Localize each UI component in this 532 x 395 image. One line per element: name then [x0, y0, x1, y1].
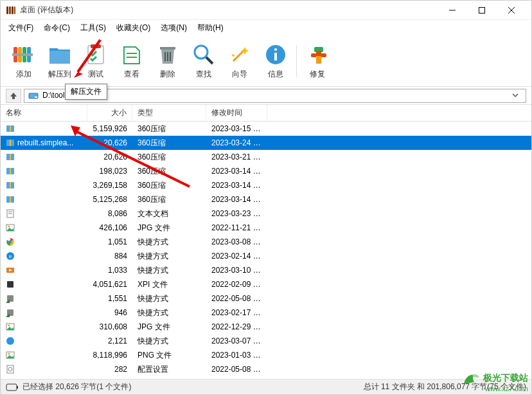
cell-type: 360压缩 [132, 179, 206, 192]
menu-favorites[interactable]: 收藏夹(O) [111, 21, 155, 35]
cell-size: 5,125,268 [87, 194, 132, 205]
path-dropdown[interactable] [509, 91, 522, 100]
table-row[interactable]: 8,118,996 PNG 文件 2023-01-03 1... [1, 348, 531, 362]
cell-date: 2023-03-14 1... [206, 194, 267, 205]
table-row[interactable]: 310,608 JPG 文件 2022-12-29 1... [1, 320, 531, 334]
svg-point-57 [6, 337, 14, 345]
cell-size: 426,106 [87, 222, 132, 234]
maximize-button[interactable] [467, 1, 497, 20]
table-row[interactable]: rebuilt.simplea... 20,626 360压缩 2023-03-… [1, 136, 531, 150]
extract-button[interactable]: 解压到 [42, 39, 78, 84]
table-row[interactable]: 946 快捷方式 2023-02-17 1... [1, 306, 531, 320]
cell-date: 2023-03-14 1... [206, 165, 267, 177]
svg-rect-66 [17, 386, 18, 389]
cell-name: e [1, 250, 87, 262]
cell-date: 2022-12-29 1... [206, 321, 267, 333]
find-icon [191, 42, 217, 68]
cell-date: 2022-05-08 2... [206, 293, 267, 304]
cell-name [1, 349, 87, 361]
cell-date: 2023-03-24 1... [206, 137, 267, 149]
view-button[interactable]: 查看 [114, 39, 150, 84]
table-row[interactable]: 4,051,621 XPI 文件 2022-02-09 1... [1, 277, 531, 291]
list-body[interactable]: 5,159,926 360压缩 2023-03-15 1... rebuilt.… [1, 122, 531, 379]
view-icon [119, 42, 145, 68]
svg-point-59 [8, 353, 10, 355]
statusbar: 已经选择 20,626 字节(1 个文件) 总计 11 文件夹 和 201,80… [1, 379, 531, 394]
cell-size: 20,626 [87, 151, 132, 163]
svg-rect-37 [10, 168, 11, 174]
cell-type: PNG 文件 [132, 349, 206, 362]
column-modified[interactable]: 修改时间 [206, 105, 267, 121]
svg-rect-9 [12, 53, 33, 56]
table-row[interactable]: 198,023 360压缩 2023-03-14 1... [1, 164, 531, 178]
wizard-button[interactable]: 向导 [222, 39, 258, 84]
table-row[interactable]: 426,106 JPG 文件 2022-11-21 8... [1, 221, 531, 235]
test-icon [83, 42, 109, 68]
menu-help[interactable]: 帮助(H) [192, 21, 229, 35]
svg-rect-14 [160, 47, 175, 50]
table-row[interactable]: 20,626 360压缩 2023-03-21 1... [1, 150, 531, 164]
cell-type: 快捷方式 [132, 235, 206, 249]
cell-type: 快捷方式 [132, 264, 206, 277]
menu-options[interactable]: 选项(N) [155, 21, 192, 35]
cell-date: 2023-03-23 1... [206, 208, 267, 219]
cell-size: 4,051,621 [87, 279, 132, 290]
test-button[interactable]: 测试 [78, 39, 114, 84]
menu-command[interactable]: 命令(C) [39, 21, 75, 35]
table-row[interactable]: 282 配置设置 2022-05-08 2... [1, 362, 531, 376]
cell-date: 2023-03-14 1... [206, 179, 267, 191]
table-row[interactable]: 5,159,926 360压缩 2023-03-15 1... [1, 122, 531, 136]
up-button[interactable] [6, 89, 21, 103]
delete-button[interactable]: 删除 [150, 39, 186, 84]
find-button[interactable]: 查找 [186, 39, 222, 84]
cell-type: 配置设置 [132, 363, 206, 376]
svg-point-48 [9, 241, 12, 244]
menu-tools[interactable]: 工具(S) [75, 21, 111, 35]
svg-line-19 [206, 57, 213, 64]
add-button[interactable]: 添加 [6, 39, 42, 84]
svg-point-46 [8, 226, 10, 228]
cell-size: 5,159,926 [87, 123, 132, 134]
table-row[interactable]: 3,269,158 360压缩 2023-03-14 1... [1, 178, 531, 192]
cell-name [1, 165, 87, 177]
cell-type: 360压缩 [132, 122, 206, 136]
cell-name [1, 222, 87, 234]
svg-rect-29 [35, 96, 37, 98]
cell-name [1, 279, 87, 290]
cell-size: 198,023 [87, 165, 132, 177]
svg-text:e: e [9, 253, 12, 259]
column-type[interactable]: 类型 [132, 105, 206, 121]
svg-rect-52 [7, 281, 13, 288]
titlebar: 桌面 (评估版本) [1, 1, 531, 20]
table-row[interactable]: 8,086 文本文档 2023-03-23 1... [1, 207, 531, 221]
add-icon [11, 42, 37, 68]
app-icon [6, 5, 16, 15]
table-row[interactable]: 1,551 快捷方式 2022-05-08 2... [1, 291, 531, 306]
cell-size: 282 [87, 363, 132, 375]
svg-rect-65 [6, 384, 17, 390]
cell-name [1, 335, 87, 347]
column-name[interactable]: 名称 [1, 105, 87, 121]
info-button[interactable]: 信息 [258, 39, 294, 84]
minimize-button[interactable] [438, 1, 467, 20]
cell-type: 快捷方式 [132, 335, 206, 348]
cell-size: 1,033 [87, 264, 132, 276]
cell-name [1, 151, 87, 163]
cell-type: XPI 文件 [132, 278, 206, 291]
cell-date: 2023-03-10 9... [206, 264, 267, 276]
table-row[interactable]: 1,051 快捷方式 2023-03-08 1... [1, 235, 531, 249]
table-row[interactable]: 1,033 快捷方式 2023-03-10 9... [1, 263, 531, 277]
cell-date: 2023-01-03 1... [206, 349, 267, 361]
table-row[interactable]: 2,121 快捷方式 2023-03-07 1... [1, 334, 531, 348]
svg-rect-1 [9, 6, 11, 14]
cell-date: 2023-03-07 1... [206, 335, 267, 347]
column-size[interactable]: 大小 [87, 105, 132, 121]
cell-name [1, 293, 87, 304]
table-row[interactable]: e 884 快捷方式 2023-02-14 1... [1, 249, 531, 263]
menu-file[interactable]: 文件(F) [3, 21, 39, 35]
extract-icon [47, 42, 73, 68]
svg-rect-31 [10, 125, 11, 132]
table-row[interactable]: 5,125,268 360压缩 2023-03-14 1... [1, 192, 531, 207]
repair-button[interactable]: 修复 [299, 39, 335, 84]
close-button[interactable] [497, 1, 526, 20]
